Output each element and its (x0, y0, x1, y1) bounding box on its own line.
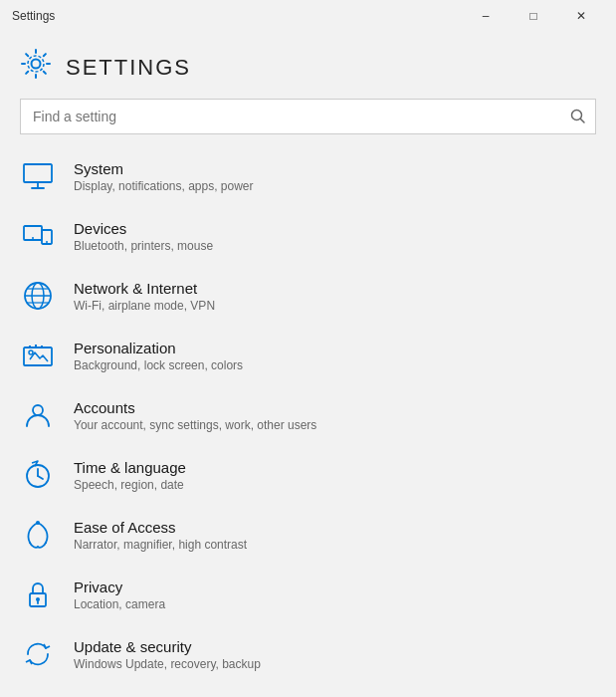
system-subtitle: Display, notifications, apps, power (74, 179, 254, 193)
minimize-button[interactable]: – (463, 2, 509, 30)
settings-item-ease[interactable]: Ease of Access Narrator, magnifier, high… (0, 505, 616, 565)
ease-subtitle: Narrator, magnifier, high contrast (74, 538, 247, 552)
svg-line-3 (581, 119, 585, 123)
devices-subtitle: Bluetooth, printers, mouse (74, 239, 213, 253)
svg-point-17 (29, 350, 33, 354)
settings-list: System Display, notifications, apps, pow… (0, 146, 616, 694)
app-header: SETTINGS (0, 32, 616, 99)
app-title: SETTINGS (66, 55, 191, 81)
title-bar: Settings – □ ✕ (0, 0, 616, 32)
search-input[interactable] (20, 99, 596, 134)
privacy-title: Privacy (74, 579, 165, 595)
title-bar-controls: – □ ✕ (463, 2, 604, 30)
system-text: System Display, notifications, apps, pow… (74, 160, 254, 193)
svg-point-1 (28, 56, 44, 72)
network-text: Network & Internet Wi-Fi, airplane mode,… (74, 280, 215, 313)
maximize-button[interactable]: □ (511, 2, 556, 30)
privacy-subtitle: Location, camera (74, 597, 165, 611)
system-icon (20, 158, 56, 194)
personalization-text: Personalization Background, lock screen,… (74, 340, 243, 372)
accounts-text: Accounts Your account, sync settings, wo… (74, 399, 316, 432)
time-icon (20, 457, 56, 493)
network-icon (20, 278, 56, 314)
privacy-text: Privacy Location, camera (74, 579, 165, 611)
settings-item-accounts[interactable]: Accounts Your account, sync settings, wo… (0, 385, 616, 445)
settings-item-time[interactable]: Time & language Speech, region, date (0, 445, 616, 505)
settings-item-personalization[interactable]: Personalization Background, lock screen,… (0, 326, 616, 385)
network-title: Network & Internet (74, 280, 215, 297)
update-subtitle: Windows Update, recovery, backup (74, 657, 261, 671)
update-title: Update & security (74, 638, 261, 655)
ease-title: Ease of Access (74, 519, 247, 536)
personalization-title: Personalization (74, 340, 243, 356)
title-bar-left: Settings (12, 9, 55, 23)
title-bar-text: Settings (12, 9, 55, 23)
svg-point-21 (33, 405, 43, 415)
network-subtitle: Wi-Fi, airplane mode, VPN (74, 299, 215, 313)
settings-item-network[interactable]: Network & Internet Wi-Fi, airplane mode,… (0, 266, 616, 326)
privacy-icon (20, 577, 56, 612)
time-text: Time & language Speech, region, date (74, 459, 186, 492)
settings-header-icon (20, 48, 52, 87)
close-button[interactable]: ✕ (558, 2, 604, 30)
svg-line-24 (38, 476, 43, 479)
search-bar (20, 99, 596, 134)
svg-point-25 (36, 521, 40, 525)
svg-point-0 (32, 60, 41, 69)
personalization-subtitle: Background, lock screen, colors (74, 358, 243, 372)
devices-title: Devices (74, 220, 213, 237)
svg-point-10 (32, 237, 34, 239)
accounts-icon (20, 397, 56, 433)
time-subtitle: Speech, region, date (74, 478, 186, 492)
ease-icon (20, 517, 56, 553)
update-icon (20, 636, 56, 672)
devices-icon (20, 218, 56, 254)
svg-point-9 (46, 241, 48, 243)
system-title: System (74, 160, 254, 177)
accounts-subtitle: Your account, sync settings, work, other… (74, 418, 316, 432)
settings-item-system[interactable]: System Display, notifications, apps, pow… (0, 146, 616, 206)
accounts-title: Accounts (74, 399, 316, 416)
devices-text: Devices Bluetooth, printers, mouse (74, 220, 213, 253)
svg-rect-4 (24, 164, 52, 182)
settings-item-devices[interactable]: Devices Bluetooth, printers, mouse (0, 206, 616, 266)
settings-item-privacy[interactable]: Privacy Location, camera (0, 565, 616, 624)
search-button[interactable] (560, 99, 596, 134)
update-text: Update & security Windows Update, recove… (74, 638, 261, 671)
time-title: Time & language (74, 459, 186, 476)
personalization-icon (20, 338, 56, 373)
settings-item-update[interactable]: Update & security Windows Update, recove… (0, 624, 616, 684)
ease-text: Ease of Access Narrator, magnifier, high… (74, 519, 247, 552)
